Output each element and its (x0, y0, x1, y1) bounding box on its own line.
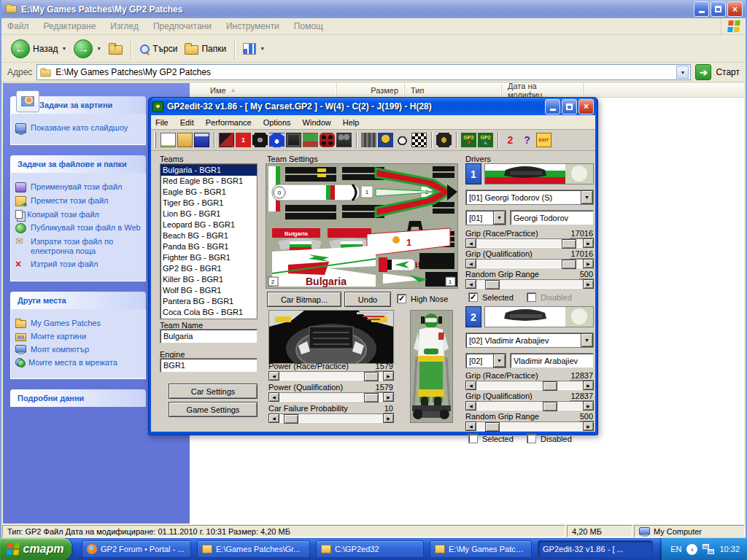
team-item[interactable]: Leopard BG - BGR1 (160, 219, 257, 230)
close-button[interactable]: × (727, 1, 743, 17)
game-settings-button[interactable]: Game Settings (169, 402, 258, 417)
back-button[interactable]: ← Назад ▼ (7, 36, 70, 61)
column-name[interactable]: Име ▲ (190, 83, 337, 97)
team-item[interactable]: Red Eagle BG - BGR1 (160, 176, 257, 187)
column-size[interactable]: Размер (337, 83, 405, 97)
gp2edit-menu-help[interactable]: Help (343, 118, 360, 127)
start-button[interactable]: старт (0, 538, 71, 560)
car-bitmap-button[interactable]: Car Bitmap... (267, 292, 341, 307)
dropdown-icon[interactable]: ▼ (581, 333, 593, 347)
forward-button[interactable]: → ▼ (70, 36, 105, 61)
search-button[interactable]: Търси (136, 36, 181, 61)
driver1-grip-qual-slider[interactable]: ◀ ▶ (465, 259, 594, 268)
checkbox-checked-icon[interactable]: ✓ (397, 294, 406, 303)
menu-file[interactable]: Файл (7, 21, 29, 31)
stopwatch-icon[interactable] (395, 133, 410, 147)
gp2edit-menu-window[interactable]: Window (303, 118, 331, 127)
driver1-number-select[interactable]: [01] ▼ (465, 210, 506, 225)
high-nose-checkbox[interactable]: ✓ High Nose (397, 294, 448, 303)
gp2edit-menu-edit[interactable]: Edit (180, 118, 194, 127)
scenery-icon[interactable] (303, 133, 318, 147)
gp2edit-maximize-button[interactable] (562, 99, 577, 114)
engine-input[interactable] (160, 358, 258, 373)
slider-left-icon[interactable]: ◀ (268, 371, 279, 381)
taskbar-button-gp2edit[interactable]: GP2edit-32 v1.86 - [ ... (538, 540, 653, 558)
team-item[interactable]: Wolf BG - BGR1 (160, 285, 257, 296)
task-publish-file[interactable]: Публикувай този файл в Web (15, 223, 141, 233)
team-item[interactable]: Beach BG - BGR1 (160, 230, 257, 241)
team-item[interactable]: Panda BG - BGR1 (160, 241, 257, 252)
taskbar-button-firefox[interactable]: GP2 Forum • Portal - ... (82, 540, 191, 558)
task-copy-file[interactable]: Копирай този файл (15, 210, 141, 219)
menu-view[interactable]: Изглед (110, 21, 139, 31)
column-date-modified[interactable]: Дата на модифиц... (502, 83, 584, 97)
team-item[interactable]: Tiger BG - BGR1 (160, 198, 257, 209)
task-view-slideshow[interactable]: Показване като слайдшоу (15, 123, 141, 133)
task-delete-file[interactable]: ×Изтрий този файл (15, 260, 141, 270)
gp2edit-menu-performance[interactable]: Performance (206, 118, 252, 127)
car-icon[interactable] (320, 133, 335, 147)
slider-right-icon[interactable]: ▶ (383, 371, 394, 381)
place-my-computer[interactable]: Моят компютър (15, 345, 141, 354)
task-move-file[interactable]: Премести този файл (15, 196, 141, 206)
driver2-selected-checkbox[interactable]: Selected (468, 434, 514, 443)
gp2edit-menu-file[interactable]: File (155, 118, 169, 127)
team-item[interactable]: Coca Cola BG - BGR1 (160, 307, 257, 318)
taskbar-button-games-patches[interactable]: E:\Games Patches\Gr... (197, 540, 310, 558)
save-file-icon[interactable] (194, 133, 209, 147)
driver2-grip-race-slider[interactable]: ◀ ▶ (465, 381, 594, 390)
gp2-export-icon[interactable]: GP2▲ (478, 133, 493, 147)
camera-icon[interactable] (336, 133, 352, 147)
network-tray-icon[interactable] (703, 544, 714, 554)
restore-button[interactable] (711, 1, 726, 17)
dropdown-icon[interactable]: ▼ (581, 190, 593, 204)
gp2-import-icon[interactable]: GP2▼ (461, 133, 476, 147)
tray-chevron-icon[interactable]: ‹ (686, 544, 697, 555)
taskbar-button-my-games-patches[interactable]: E:\My Games Patche... (430, 540, 532, 558)
driver2-disabled-checkbox[interactable]: Disabled (527, 434, 572, 443)
open-file-icon[interactable] (177, 133, 193, 147)
folders-button[interactable]: Папки (181, 36, 230, 61)
new-file-icon[interactable] (160, 133, 176, 147)
menu-edit[interactable]: Редактиране (44, 21, 96, 31)
team-name-input[interactable] (160, 329, 258, 343)
driver1-selected-checkbox[interactable]: ✓ Selected (468, 292, 514, 302)
help-icon[interactable]: ? (519, 133, 535, 147)
car-failure-slider[interactable]: ◀ ▶ (268, 413, 394, 423)
track-icon[interactable] (219, 133, 234, 147)
driver2-select[interactable]: [02] Vladimir Arabajiev ▼ (465, 332, 594, 348)
forward-dropdown-icon[interactable]: ▼ (96, 46, 101, 51)
gp2edit-menu-options[interactable]: Options (263, 118, 291, 127)
team-item[interactable]: Killer BG - BGR1 (160, 274, 257, 285)
exit-icon[interactable]: EXIT (536, 133, 551, 147)
task-email-file[interactable]: ✉Изпрати този файл по електронна поща (15, 237, 141, 256)
dropdown-icon[interactable]: ▼ (493, 211, 506, 225)
gp2edit-titlebar[interactable]: GP2edit-32 v1.86 - [ My Carset.GP2 ] - W… (151, 98, 595, 115)
file-tasks-header[interactable]: Задачи за файлове и папки (10, 155, 146, 173)
power-race-slider[interactable]: ◀ ▶ (268, 371, 394, 381)
menu-favorites[interactable]: Предпочитани (153, 21, 212, 31)
driver1-select[interactable]: [01] Georgi Todorov (S) ▼ (465, 190, 594, 205)
driver1-grip-race-slider[interactable]: ◀ ▶ (465, 238, 594, 248)
helmet-icon[interactable] (269, 133, 285, 147)
team-item[interactable]: Bulgaria - BGR1 (160, 165, 257, 176)
go-icon[interactable]: ➔ (695, 64, 711, 80)
go-label[interactable]: Старт (716, 67, 740, 77)
about-gp2-icon[interactable]: 2 (503, 133, 518, 147)
driver2-grip-qual-slider[interactable]: ◀ ▶ (465, 401, 594, 411)
team-item[interactable]: Pantera BG - BGR1 (160, 296, 257, 307)
taskbar-button-gp2ed32[interactable]: C:\GP2ed32 (316, 540, 424, 558)
tyre-icon[interactable] (252, 133, 268, 147)
team-item[interactable]: Lion BG - BGR1 (160, 209, 257, 219)
place-my-games-patches[interactable]: My Games Patches (15, 319, 141, 328)
column-type[interactable]: Тип (405, 83, 502, 97)
driver1-disabled-checkbox[interactable]: Disabled (527, 292, 572, 302)
other-places-header[interactable]: Други места (10, 292, 146, 309)
driver1-name-input[interactable] (510, 210, 594, 225)
driver2-random-grip-slider[interactable]: ◀ ▶ (465, 421, 594, 431)
driver2-name-input[interactable] (510, 353, 594, 368)
back-dropdown-icon[interactable]: ▼ (61, 46, 66, 51)
teams-listbox[interactable]: Bulgaria - BGR1 Red Eagle BG - BGR1 Eagl… (160, 163, 258, 319)
address-field[interactable] (55, 67, 673, 77)
dropdown-icon[interactable]: ▼ (493, 354, 506, 368)
